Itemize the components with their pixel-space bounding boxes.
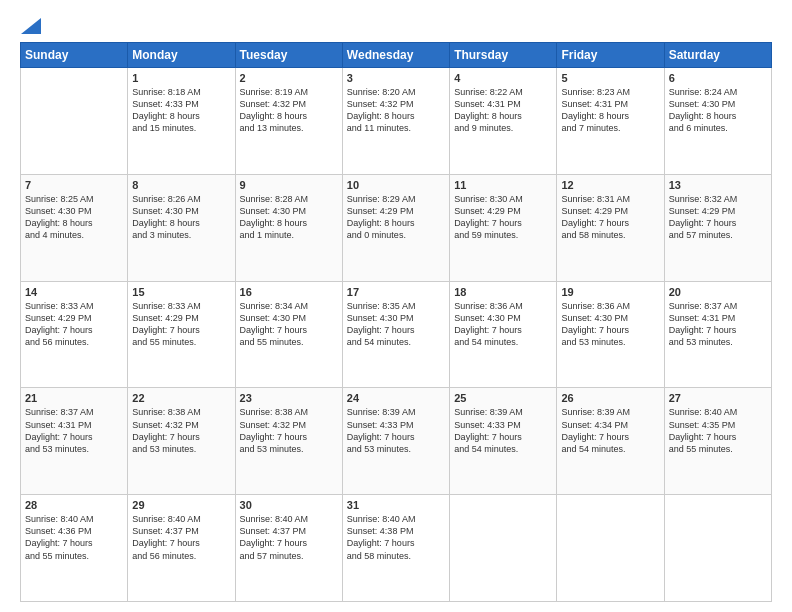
day-number: 6 (669, 72, 767, 84)
calendar-cell: 2Sunrise: 8:19 AM Sunset: 4:32 PM Daylig… (235, 68, 342, 175)
day-info: Sunrise: 8:20 AM Sunset: 4:32 PM Dayligh… (347, 86, 445, 135)
day-info: Sunrise: 8:31 AM Sunset: 4:29 PM Dayligh… (561, 193, 659, 242)
calendar-header-row: SundayMondayTuesdayWednesdayThursdayFrid… (21, 43, 772, 68)
day-number: 19 (561, 286, 659, 298)
logo (20, 18, 41, 32)
calendar-cell: 23Sunrise: 8:38 AM Sunset: 4:32 PM Dayli… (235, 388, 342, 495)
calendar-week-5: 28Sunrise: 8:40 AM Sunset: 4:36 PM Dayli… (21, 495, 772, 602)
day-info: Sunrise: 8:39 AM Sunset: 4:33 PM Dayligh… (454, 406, 552, 455)
day-info: Sunrise: 8:34 AM Sunset: 4:30 PM Dayligh… (240, 300, 338, 349)
calendar-cell: 12Sunrise: 8:31 AM Sunset: 4:29 PM Dayli… (557, 174, 664, 281)
day-number: 24 (347, 392, 445, 404)
day-number: 14 (25, 286, 123, 298)
day-info: Sunrise: 8:40 AM Sunset: 4:37 PM Dayligh… (132, 513, 230, 562)
svg-marker-0 (21, 18, 41, 34)
day-number: 2 (240, 72, 338, 84)
calendar-header-wednesday: Wednesday (342, 43, 449, 68)
day-info: Sunrise: 8:24 AM Sunset: 4:30 PM Dayligh… (669, 86, 767, 135)
day-info: Sunrise: 8:39 AM Sunset: 4:34 PM Dayligh… (561, 406, 659, 455)
calendar-cell: 16Sunrise: 8:34 AM Sunset: 4:30 PM Dayli… (235, 281, 342, 388)
day-number: 21 (25, 392, 123, 404)
day-number: 30 (240, 499, 338, 511)
calendar-table: SundayMondayTuesdayWednesdayThursdayFrid… (20, 42, 772, 602)
calendar-cell (557, 495, 664, 602)
day-info: Sunrise: 8:38 AM Sunset: 4:32 PM Dayligh… (132, 406, 230, 455)
day-number: 12 (561, 179, 659, 191)
day-number: 7 (25, 179, 123, 191)
calendar-week-3: 14Sunrise: 8:33 AM Sunset: 4:29 PM Dayli… (21, 281, 772, 388)
day-number: 25 (454, 392, 552, 404)
calendar-cell (664, 495, 771, 602)
calendar-cell: 9Sunrise: 8:28 AM Sunset: 4:30 PM Daylig… (235, 174, 342, 281)
calendar-header-monday: Monday (128, 43, 235, 68)
calendar-cell: 20Sunrise: 8:37 AM Sunset: 4:31 PM Dayli… (664, 281, 771, 388)
calendar-cell: 31Sunrise: 8:40 AM Sunset: 4:38 PM Dayli… (342, 495, 449, 602)
calendar-cell: 7Sunrise: 8:25 AM Sunset: 4:30 PM Daylig… (21, 174, 128, 281)
day-info: Sunrise: 8:35 AM Sunset: 4:30 PM Dayligh… (347, 300, 445, 349)
calendar-cell: 27Sunrise: 8:40 AM Sunset: 4:35 PM Dayli… (664, 388, 771, 495)
day-number: 18 (454, 286, 552, 298)
day-info: Sunrise: 8:36 AM Sunset: 4:30 PM Dayligh… (454, 300, 552, 349)
calendar-cell: 25Sunrise: 8:39 AM Sunset: 4:33 PM Dayli… (450, 388, 557, 495)
calendar-week-2: 7Sunrise: 8:25 AM Sunset: 4:30 PM Daylig… (21, 174, 772, 281)
day-info: Sunrise: 8:40 AM Sunset: 4:37 PM Dayligh… (240, 513, 338, 562)
day-number: 20 (669, 286, 767, 298)
day-info: Sunrise: 8:40 AM Sunset: 4:38 PM Dayligh… (347, 513, 445, 562)
calendar-cell (21, 68, 128, 175)
day-number: 9 (240, 179, 338, 191)
day-number: 29 (132, 499, 230, 511)
day-number: 15 (132, 286, 230, 298)
calendar-cell: 30Sunrise: 8:40 AM Sunset: 4:37 PM Dayli… (235, 495, 342, 602)
calendar-cell: 21Sunrise: 8:37 AM Sunset: 4:31 PM Dayli… (21, 388, 128, 495)
calendar-header-friday: Friday (557, 43, 664, 68)
calendar-cell: 15Sunrise: 8:33 AM Sunset: 4:29 PM Dayli… (128, 281, 235, 388)
day-number: 22 (132, 392, 230, 404)
calendar-cell: 26Sunrise: 8:39 AM Sunset: 4:34 PM Dayli… (557, 388, 664, 495)
day-info: Sunrise: 8:40 AM Sunset: 4:35 PM Dayligh… (669, 406, 767, 455)
day-info: Sunrise: 8:25 AM Sunset: 4:30 PM Dayligh… (25, 193, 123, 242)
day-info: Sunrise: 8:37 AM Sunset: 4:31 PM Dayligh… (669, 300, 767, 349)
day-info: Sunrise: 8:26 AM Sunset: 4:30 PM Dayligh… (132, 193, 230, 242)
logo-icon (21, 18, 41, 34)
day-number: 3 (347, 72, 445, 84)
calendar-cell: 13Sunrise: 8:32 AM Sunset: 4:29 PM Dayli… (664, 174, 771, 281)
calendar-cell: 11Sunrise: 8:30 AM Sunset: 4:29 PM Dayli… (450, 174, 557, 281)
calendar-cell: 22Sunrise: 8:38 AM Sunset: 4:32 PM Dayli… (128, 388, 235, 495)
calendar-cell (450, 495, 557, 602)
calendar-cell: 18Sunrise: 8:36 AM Sunset: 4:30 PM Dayli… (450, 281, 557, 388)
day-number: 27 (669, 392, 767, 404)
calendar-cell: 19Sunrise: 8:36 AM Sunset: 4:30 PM Dayli… (557, 281, 664, 388)
day-number: 8 (132, 179, 230, 191)
calendar-cell: 10Sunrise: 8:29 AM Sunset: 4:29 PM Dayli… (342, 174, 449, 281)
calendar-header-thursday: Thursday (450, 43, 557, 68)
day-info: Sunrise: 8:36 AM Sunset: 4:30 PM Dayligh… (561, 300, 659, 349)
day-info: Sunrise: 8:37 AM Sunset: 4:31 PM Dayligh… (25, 406, 123, 455)
day-number: 10 (347, 179, 445, 191)
calendar-header-tuesday: Tuesday (235, 43, 342, 68)
day-number: 28 (25, 499, 123, 511)
calendar-cell: 3Sunrise: 8:20 AM Sunset: 4:32 PM Daylig… (342, 68, 449, 175)
calendar-cell: 4Sunrise: 8:22 AM Sunset: 4:31 PM Daylig… (450, 68, 557, 175)
day-number: 5 (561, 72, 659, 84)
calendar-cell: 5Sunrise: 8:23 AM Sunset: 4:31 PM Daylig… (557, 68, 664, 175)
calendar-cell: 24Sunrise: 8:39 AM Sunset: 4:33 PM Dayli… (342, 388, 449, 495)
day-number: 26 (561, 392, 659, 404)
calendar-cell: 8Sunrise: 8:26 AM Sunset: 4:30 PM Daylig… (128, 174, 235, 281)
day-number: 31 (347, 499, 445, 511)
day-info: Sunrise: 8:39 AM Sunset: 4:33 PM Dayligh… (347, 406, 445, 455)
day-number: 13 (669, 179, 767, 191)
calendar-week-1: 1Sunrise: 8:18 AM Sunset: 4:33 PM Daylig… (21, 68, 772, 175)
day-number: 17 (347, 286, 445, 298)
day-info: Sunrise: 8:38 AM Sunset: 4:32 PM Dayligh… (240, 406, 338, 455)
day-info: Sunrise: 8:22 AM Sunset: 4:31 PM Dayligh… (454, 86, 552, 135)
day-number: 1 (132, 72, 230, 84)
page: SundayMondayTuesdayWednesdayThursdayFrid… (0, 0, 792, 612)
day-info: Sunrise: 8:19 AM Sunset: 4:32 PM Dayligh… (240, 86, 338, 135)
day-info: Sunrise: 8:30 AM Sunset: 4:29 PM Dayligh… (454, 193, 552, 242)
calendar-header-sunday: Sunday (21, 43, 128, 68)
day-info: Sunrise: 8:23 AM Sunset: 4:31 PM Dayligh… (561, 86, 659, 135)
calendar-cell: 14Sunrise: 8:33 AM Sunset: 4:29 PM Dayli… (21, 281, 128, 388)
day-info: Sunrise: 8:33 AM Sunset: 4:29 PM Dayligh… (25, 300, 123, 349)
day-number: 4 (454, 72, 552, 84)
day-info: Sunrise: 8:18 AM Sunset: 4:33 PM Dayligh… (132, 86, 230, 135)
